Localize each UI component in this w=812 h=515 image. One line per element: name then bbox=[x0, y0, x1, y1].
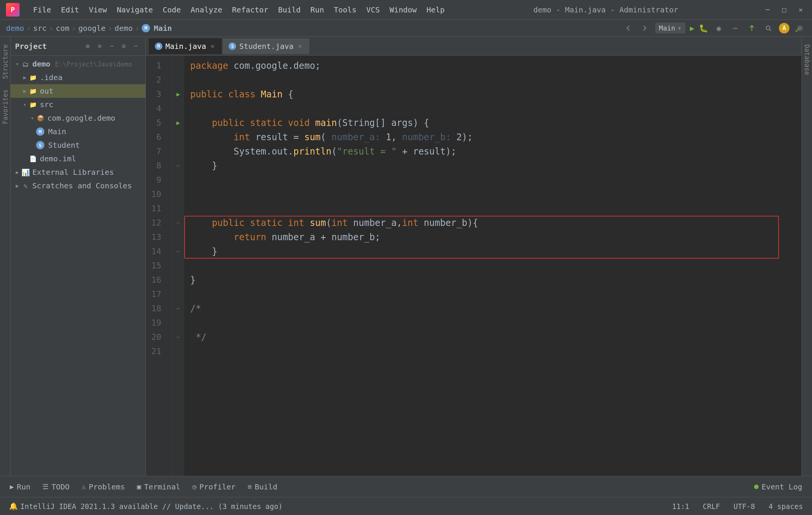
tree-item-package[interactable]: ▾ 📦 com.google.demo bbox=[11, 111, 145, 125]
debug-button[interactable]: 🐛 bbox=[699, 24, 708, 33]
ln-5: 5 bbox=[146, 116, 166, 130]
tree-item-out[interactable]: ▶ 📁 out bbox=[11, 84, 145, 98]
run-config-label: Main bbox=[659, 24, 675, 32]
structure-tab[interactable]: Structure bbox=[0, 40, 11, 83]
tree-item-idea[interactable]: ▶ 📁 .idea bbox=[11, 71, 145, 84]
breadcrumb-demo[interactable]: demo bbox=[6, 24, 24, 33]
cursor-position[interactable]: 11:1 bbox=[669, 501, 692, 512]
code-line-11 bbox=[190, 201, 795, 216]
menu-build[interactable]: Build bbox=[274, 4, 305, 16]
menu-refactor[interactable]: Refactor bbox=[227, 4, 273, 16]
tree-item-student[interactable]: S Student bbox=[11, 138, 145, 152]
tab-close-student[interactable]: ✕ bbox=[297, 43, 303, 50]
breadcrumb-demo2[interactable]: demo bbox=[115, 24, 133, 33]
tab-icon-student: S bbox=[229, 42, 236, 50]
menu-tools[interactable]: Tools bbox=[329, 4, 361, 16]
run-tool-button[interactable]: ▶ Run bbox=[5, 480, 36, 494]
fold-gutter-12[interactable]: ⌐ bbox=[177, 216, 180, 230]
expand-arrow-package: ▾ bbox=[29, 114, 36, 122]
code-line-3: public class Main { bbox=[190, 87, 795, 101]
ln-2: 2 bbox=[146, 73, 166, 87]
ln-14: 14 bbox=[146, 244, 166, 259]
coverage-button[interactable]: ◉ bbox=[713, 22, 725, 34]
run-button[interactable]: ▶ bbox=[690, 24, 694, 33]
menu-navigate[interactable]: Navigate bbox=[112, 4, 158, 16]
indent-selector[interactable]: 4 spaces bbox=[765, 501, 806, 512]
database-tab[interactable]: Database bbox=[802, 40, 812, 80]
fold-gutter-20[interactable]: ⌐ bbox=[177, 330, 180, 344]
run-gutter-5[interactable]: ▶ bbox=[176, 116, 180, 130]
menu-run[interactable]: Run bbox=[306, 4, 329, 16]
fold-gutter-18[interactable]: ⌐ bbox=[177, 301, 180, 316]
menu-analyze[interactable]: Analyze bbox=[186, 4, 227, 16]
update-icon: 🔔 bbox=[9, 502, 18, 510]
line-numbers: 1 2 3 4 5 6 7 8 9 10 11 12 13 14 15 16 1… bbox=[146, 56, 172, 476]
tree-item-main[interactable]: M Main bbox=[11, 125, 145, 138]
status-right: 11:1 CRLF UTF-8 4 spaces bbox=[669, 501, 806, 512]
menu-window[interactable]: Window bbox=[385, 4, 421, 16]
tree-item-src[interactable]: ▾ 📁 src bbox=[11, 98, 145, 111]
editor-area: M Main.java ✕ S Student.java ✕ 1 2 3 4 5… bbox=[146, 37, 801, 476]
svg-point-0 bbox=[766, 26, 770, 30]
encoding-selector[interactable]: UTF-8 bbox=[730, 501, 758, 512]
profiler-tool-button[interactable]: ◷ Profiler bbox=[187, 480, 241, 494]
favorites-tab[interactable]: Favorites bbox=[0, 85, 11, 129]
line-ending-selector[interactable]: CRLF bbox=[700, 501, 723, 512]
tree-item-iml[interactable]: ▶ 📄 demo.iml bbox=[11, 152, 145, 165]
tree-label-external-libs: External Libraries bbox=[32, 168, 114, 177]
menu-view[interactable]: View bbox=[84, 4, 111, 16]
breadcrumb-google[interactable]: google bbox=[79, 24, 106, 33]
library-icon: 📊 bbox=[21, 168, 30, 177]
folder-icon-src: 📁 bbox=[29, 100, 38, 109]
close-button[interactable]: ✕ bbox=[795, 5, 806, 15]
menu-edit[interactable]: Edit bbox=[56, 4, 83, 16]
more-run-options[interactable]: ⋯ bbox=[729, 22, 741, 34]
menu-code[interactable]: Code bbox=[158, 4, 185, 16]
ln-8: 8 bbox=[146, 159, 166, 173]
ln-10: 10 bbox=[146, 187, 166, 201]
event-log-button[interactable]: Event Log bbox=[749, 480, 807, 494]
menu-file[interactable]: File bbox=[29, 4, 56, 16]
window-title: demo - Main.java - Administrator bbox=[533, 5, 678, 14]
minimize-button[interactable]: ─ bbox=[762, 5, 773, 15]
run-config-selector[interactable]: Main ▾ bbox=[655, 23, 685, 33]
tree-item-scratches[interactable]: ▶ ✎ Scratches and Consoles bbox=[11, 179, 145, 192]
sidebar-tool-external[interactable]: ⊞ bbox=[82, 41, 93, 52]
vcs-update-icon[interactable] bbox=[746, 22, 758, 34]
terminal-tool-label: Terminal bbox=[144, 482, 180, 491]
sidebar-tool-close[interactable]: ─ bbox=[130, 41, 141, 52]
main-layout: Structure Favorites Project ⊞ ≡ ⋯ ⚙ ─ ▾ … bbox=[0, 37, 812, 476]
tab-main-java[interactable]: M Main.java ✕ bbox=[149, 38, 222, 54]
tree-item-external-libs[interactable]: ▶ 📊 External Libraries bbox=[11, 165, 145, 179]
menu-help[interactable]: Help bbox=[422, 4, 449, 16]
idea-update-notice[interactable]: 🔔 IntelliJ IDEA 2021.1.3 available // Up… bbox=[6, 500, 286, 512]
tree-item-demo[interactable]: ▾ 🗂 demo E:\Project\Java\demo bbox=[11, 57, 145, 71]
code-line-21 bbox=[190, 344, 795, 359]
sidebar-tool-dots[interactable]: ⋯ bbox=[106, 41, 117, 52]
build-tool-button[interactable]: ≡ Build bbox=[242, 480, 283, 494]
breadcrumb-main[interactable]: Main bbox=[154, 24, 172, 33]
code-line-13: return number_a + number_b; bbox=[190, 230, 795, 244]
search-icon[interactable] bbox=[762, 22, 774, 34]
maximize-button[interactable]: □ bbox=[779, 5, 789, 15]
tab-student-java[interactable]: S Student.java ✕ bbox=[223, 38, 309, 54]
problems-tool-button[interactable]: ⚠ Problems bbox=[76, 480, 130, 494]
package-icon: 📦 bbox=[36, 114, 45, 123]
code-line-1: package com.google.demo; bbox=[190, 59, 795, 73]
breadcrumb-com[interactable]: com bbox=[56, 24, 69, 33]
breadcrumb-src[interactable]: src bbox=[33, 24, 47, 33]
run-gutter-3[interactable]: ▶ bbox=[176, 87, 180, 101]
nav-back-icon[interactable] bbox=[622, 22, 634, 34]
menu-vcs[interactable]: VCS bbox=[362, 4, 384, 16]
tab-close-main[interactable]: ✕ bbox=[209, 43, 216, 50]
profile-icon[interactable]: A bbox=[779, 23, 789, 33]
code-line-19 bbox=[190, 316, 795, 330]
terminal-tool-button[interactable]: ▣ Terminal bbox=[132, 480, 185, 494]
code-content[interactable]: package com.google.demo; public class Ma… bbox=[184, 56, 801, 476]
fold-gutter-14[interactable]: ⌐ bbox=[177, 244, 180, 259]
nav-forward-icon[interactable] bbox=[639, 22, 651, 34]
sidebar-tool-collapse[interactable]: ≡ bbox=[94, 41, 105, 52]
sidebar-tool-gear[interactable]: ⚙ bbox=[118, 41, 129, 52]
fold-gutter-8[interactable]: ⌐ bbox=[177, 159, 180, 173]
todo-tool-button[interactable]: ☰ TODO bbox=[37, 480, 75, 494]
